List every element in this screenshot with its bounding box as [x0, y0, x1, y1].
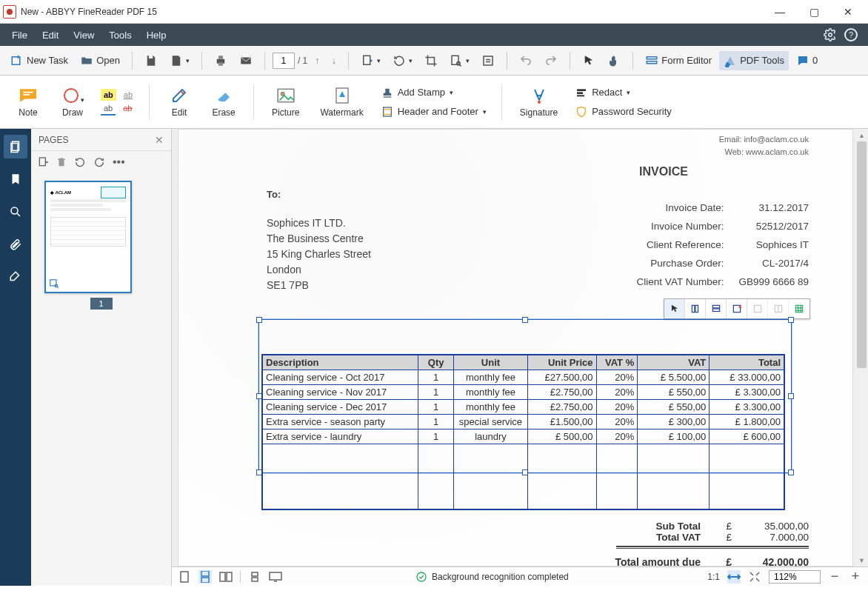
add-page-small-icon[interactable]: [37, 156, 49, 168]
crop-button[interactable]: [420, 51, 442, 70]
presentation-view[interactable]: [269, 570, 282, 584]
email-button[interactable]: [235, 51, 257, 70]
maximize-button[interactable]: ▢: [797, 0, 831, 24]
zoom-in-button[interactable]: +: [849, 570, 862, 584]
cell-vat: £ 300,00: [638, 415, 710, 429]
pdf-tools-button[interactable]: PDF Tools: [719, 51, 789, 70]
document-page[interactable]: Email: info@aclam.co.uk Web: www.aclam.c…: [178, 129, 853, 566]
pages-rail-button[interactable]: [4, 135, 27, 158]
rotate-right-icon[interactable]: [93, 156, 105, 168]
print-icon: [214, 54, 227, 67]
close-button[interactable]: ✕: [831, 0, 865, 24]
page-total: / 1: [298, 56, 307, 66]
erase-tool[interactable]: Erase: [204, 78, 243, 126]
redo-button[interactable]: [540, 51, 562, 70]
search-rail-button[interactable]: [4, 200, 27, 224]
print-button[interactable]: [210, 51, 232, 70]
new-task-button[interactable]: New Task: [6, 51, 73, 70]
table-pointer-tool[interactable]: [664, 299, 685, 318]
underline-tool[interactable]: ab: [121, 89, 136, 101]
ocr-button[interactable]: [477, 51, 499, 70]
save-button[interactable]: [140, 51, 162, 70]
delete-cell-tool[interactable]: [727, 299, 747, 318]
search-page-icon: [450, 54, 463, 67]
meta-label: Client VAT Number:: [637, 276, 724, 293]
cell-total: £ 3.300,00: [710, 385, 784, 400]
menu-tools[interactable]: Tools: [101, 27, 138, 44]
invoice-table[interactable]: Description Qty Unit Unit Price VAT % VA…: [261, 354, 785, 510]
edit-icon: [170, 87, 189, 104]
hand-icon: [607, 54, 621, 67]
page-thumbnail[interactable]: ◆ ACLAM: [44, 181, 132, 293]
pages-panel-close[interactable]: ✕: [155, 134, 164, 146]
fit-page-toggle[interactable]: [748, 570, 761, 584]
save-as-button[interactable]: ▾: [165, 51, 194, 70]
vertical-scrollbar[interactable]: ▲ ▼: [855, 129, 868, 566]
password-tool[interactable]: Password Security: [571, 103, 676, 121]
two-page-view[interactable]: [219, 570, 233, 584]
add-col-left-tool[interactable]: [685, 299, 706, 318]
status-bar: Background recognition completed 1:1 112…: [172, 566, 868, 586]
signature-tool[interactable]: Signature: [513, 78, 565, 126]
open-button[interactable]: Open: [76, 51, 124, 70]
strikethrough-tool[interactable]: ab: [120, 102, 135, 116]
table-green-tool[interactable]: [789, 299, 809, 318]
menu-help[interactable]: Help: [139, 27, 174, 44]
grand-label: Total amount due: [582, 556, 701, 567]
add-pages-button[interactable]: ▾: [356, 51, 385, 70]
scroll-down-arrow[interactable]: ▼: [855, 554, 868, 566]
prev-page-button[interactable]: ↑: [310, 52, 324, 69]
hand-tool[interactable]: [603, 51, 625, 70]
pointer-tool[interactable]: [578, 51, 600, 70]
cell-qty: 1: [418, 400, 454, 415]
zoom-out-button[interactable]: −: [828, 570, 841, 584]
delete-page-icon[interactable]: [56, 156, 67, 168]
minimize-button[interactable]: —: [763, 0, 797, 24]
erase-label: Erase: [212, 107, 235, 118]
note-tool[interactable]: Note: [9, 78, 47, 126]
continuous-view[interactable]: [198, 570, 212, 584]
zoom-select[interactable]: 112%: [769, 570, 821, 584]
meta-value: Sophices IT: [738, 239, 809, 256]
comments-button[interactable]: 0: [792, 51, 822, 70]
bookmarks-rail-button[interactable]: [4, 167, 27, 191]
edit-tool[interactable]: Edit: [160, 78, 198, 126]
add-stamp-tool[interactable]: Add Stamp ▾: [377, 84, 491, 101]
svg-rect-11: [647, 61, 658, 63]
watermark-tool[interactable]: Watermark: [313, 78, 370, 126]
draw-tool[interactable]: ▾ Draw: [53, 78, 92, 126]
form-editor-button[interactable]: Form Editor: [641, 51, 716, 70]
rotate-left-icon[interactable]: [74, 156, 86, 168]
more-page-tools[interactable]: •••: [113, 156, 125, 169]
meta-label: Purchase Order:: [637, 258, 724, 275]
add-page-icon: [361, 54, 374, 67]
underline-blue-tool[interactable]: ab: [101, 102, 116, 116]
redact-tool[interactable]: Redact ▾: [571, 84, 676, 101]
scroll-up-arrow[interactable]: ▲: [855, 129, 868, 141]
page-number-input[interactable]: [273, 53, 295, 69]
menu-edit[interactable]: Edit: [35, 27, 66, 44]
fit-width-toggle[interactable]: [727, 570, 741, 584]
settings-icon[interactable]: [824, 28, 837, 41]
attachments-rail-button[interactable]: [4, 233, 27, 256]
cell-vat: £ 550,00: [638, 385, 710, 400]
add-row-tool[interactable]: [706, 299, 727, 318]
picture-tool[interactable]: Picture: [264, 78, 307, 126]
next-page-button[interactable]: ↓: [327, 52, 341, 69]
help-icon[interactable]: ?: [844, 28, 858, 41]
undo-button[interactable]: [515, 51, 537, 70]
currency: £: [718, 532, 732, 543]
search-page-button[interactable]: ▾: [445, 51, 474, 70]
zoom-ratio[interactable]: 1:1: [707, 572, 720, 582]
header-footer-tool[interactable]: Header and Footer ▾: [377, 103, 491, 121]
scroll-thumb[interactable]: [857, 141, 867, 368]
menu-view[interactable]: View: [66, 27, 101, 44]
merge-cells-tool[interactable]: [747, 299, 768, 318]
highlight-yellow-tool[interactable]: ab: [101, 89, 116, 101]
menu-file[interactable]: File: [4, 27, 35, 44]
fit-width-view[interactable]: [248, 570, 261, 584]
single-page-view[interactable]: [178, 570, 191, 584]
pen-rail-button[interactable]: [4, 265, 27, 289]
rotate-button[interactable]: ▾: [388, 51, 417, 70]
split-cells-tool[interactable]: [768, 299, 789, 318]
